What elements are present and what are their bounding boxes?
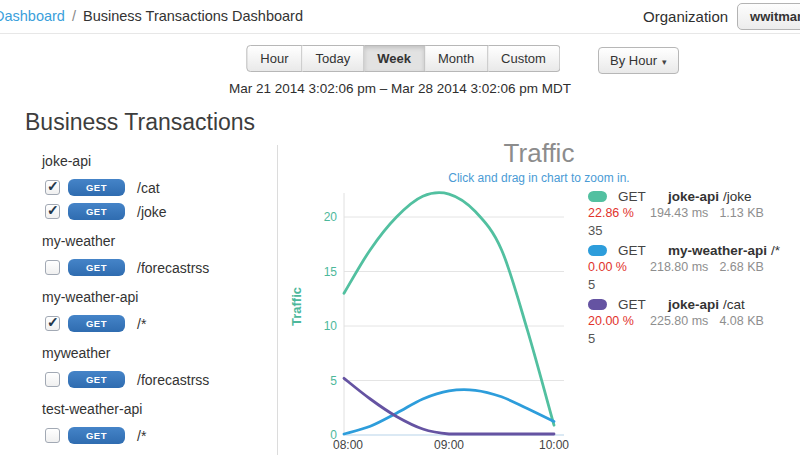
bt-row-checkbox[interactable]: [45, 260, 60, 275]
range-button-week[interactable]: Week: [364, 45, 425, 72]
method-badge: GET: [68, 371, 125, 388]
y-axis-label: Traffic: [289, 287, 304, 326]
legend-method: GET: [618, 189, 654, 204]
legend-row-stats: 22.86 %194.43 ms1.13 KB: [588, 206, 794, 221]
chart-zoom-hint: Click and drag in chart to zoom in.: [278, 171, 800, 185]
bt-group: my-weather-apiGET/*: [0, 289, 277, 332]
legend-row-main: GETjoke-api/cat: [588, 296, 794, 312]
x-tick-label: 08:00: [333, 438, 363, 452]
legend-api-name: my-weather-api: [668, 243, 767, 258]
traffic-chart-section: Traffic Click and drag in chart to zoom …: [278, 145, 800, 455]
granularity-label: By Hour: [610, 53, 657, 68]
legend-row-main: GETmy-weather-api/*: [588, 242, 794, 258]
chart-title: Traffic: [278, 138, 800, 169]
legend-payload-size: 2.68 KB: [719, 260, 763, 275]
legend-method: GET: [618, 297, 654, 312]
granularity-dropdown[interactable]: By Hour▾: [598, 47, 679, 74]
legend-item[interactable]: GETjoke-api/cat20.00 %225.80 ms4.08 KB5: [588, 296, 794, 347]
legend-api-path: /*: [771, 243, 780, 258]
date-range-text: Mar 21 2014 3:02:06 pm – Mar 28 2014 3:0…: [0, 81, 800, 96]
bt-row-checkbox[interactable]: [45, 428, 60, 443]
bt-group-name: test-weather-api: [42, 401, 277, 417]
legend-item[interactable]: GETmy-weather-api/*0.00 %218.80 ms2.68 K…: [588, 242, 794, 293]
breadcrumb-dashboard-link[interactable]: Dashboard: [0, 8, 65, 24]
legend-latency: 225.80 ms: [650, 314, 708, 329]
legend-method: GET: [618, 243, 654, 258]
breadcrumb-current-page: Business Transactions Dashboard: [83, 8, 303, 24]
method-badge: GET: [68, 427, 125, 444]
bt-row-checkbox[interactable]: [45, 372, 60, 387]
bt-row-checkbox[interactable]: [45, 180, 60, 195]
bt-row: GET/joke: [45, 203, 277, 220]
legend-error-percent: 0.00 %: [588, 260, 639, 275]
y-tick-label: 15: [324, 265, 338, 279]
method-badge: GET: [68, 179, 125, 196]
traffic-chart[interactable]: 0510152008:0009:0010:00: [308, 187, 570, 453]
range-button-custom[interactable]: Custom: [488, 45, 560, 72]
bt-path-label: /forecastrss: [137, 260, 209, 276]
legend-latency: 194.43 ms: [650, 206, 708, 221]
legend-row-stats: 20.00 %225.80 ms4.08 KB: [588, 314, 794, 329]
bt-row: GET/cat: [45, 179, 277, 196]
organization-button[interactable]: wwitman: [737, 3, 800, 30]
legend-payload-size: 4.08 KB: [719, 314, 763, 329]
bt-path-label: /*: [137, 316, 146, 332]
bt-row-checkbox[interactable]: [45, 204, 60, 219]
bt-group: myweatherGET/forecastrss: [0, 345, 277, 388]
chart-legend: GETjoke-api/joke22.86 %194.43 ms1.13 KB3…: [588, 187, 794, 453]
legend-api-name: joke-api: [668, 297, 719, 312]
bt-group: joke-apiGET/catGET/joke: [0, 153, 277, 220]
legend-payload-size: 1.13 KB: [719, 206, 763, 221]
legend-api-path: /cat: [723, 297, 745, 312]
bt-row: GET/forecastrss: [45, 371, 277, 388]
chart-row: Traffic 0510152008:0009:0010:00 GETjoke-…: [284, 187, 800, 453]
legend-row-main: GETjoke-api/joke: [588, 188, 794, 204]
method-badge: GET: [68, 259, 125, 276]
legend-count: 5: [588, 331, 794, 347]
y-tick-label: 20: [324, 210, 338, 224]
legend-item[interactable]: GETjoke-api/joke22.86 %194.43 ms1.13 KB3…: [588, 188, 794, 239]
page-title: Business Transactions: [25, 109, 800, 136]
bt-group-name: joke-api: [42, 153, 277, 169]
legend-row-stats: 0.00 %218.80 ms2.68 KB: [588, 260, 794, 275]
time-controls: HourTodayWeekMonthCustom By Hour▾: [0, 45, 800, 74]
legend-api-name: joke-api: [668, 189, 719, 204]
legend-error-percent: 22.86 %: [588, 206, 639, 221]
y-tick-label: 5: [330, 374, 337, 388]
y-axis-label-column: Traffic: [284, 187, 308, 437]
method-badge: GET: [68, 315, 125, 332]
x-tick-label: 09:00: [434, 438, 464, 452]
bt-row-checkbox[interactable]: [45, 316, 60, 331]
range-button-month[interactable]: Month: [425, 45, 488, 72]
legend-color-dot: [588, 245, 607, 256]
range-button-today[interactable]: Today: [303, 45, 365, 72]
legend-count: 35: [588, 223, 794, 239]
legend-api-path: /joke: [723, 189, 752, 204]
bt-group: my-weatherGET/forecastrss: [0, 233, 277, 276]
series-line: [344, 390, 554, 434]
legend-latency: 218.80 ms: [650, 260, 708, 275]
top-bar: Dashboard/Business Transactions Dashboar…: [0, 0, 800, 34]
business-transactions-list: joke-apiGET/catGET/jokemy-weatherGET/for…: [0, 145, 278, 455]
bt-path-label: /*: [137, 428, 146, 444]
bt-group-name: my-weather-api: [42, 289, 277, 305]
legend-count: 5: [588, 277, 794, 293]
method-badge: GET: [68, 203, 125, 220]
caret-down-icon: ▾: [662, 57, 667, 67]
organization-area: Organization wwitman: [643, 3, 800, 30]
bt-row: GET/*: [45, 427, 277, 444]
breadcrumb-separator: /: [72, 8, 76, 24]
bt-group-name: myweather: [42, 345, 277, 361]
legend-color-dot: [588, 299, 607, 310]
bt-group: test-weather-apiGET/*: [0, 401, 277, 444]
range-button-hour[interactable]: Hour: [246, 45, 302, 72]
y-tick-label: 10: [324, 319, 338, 333]
legend-color-dot: [588, 191, 607, 202]
bt-path-label: /cat: [137, 180, 160, 196]
bt-row: GET/*: [45, 315, 277, 332]
legend-error-percent: 20.00 %: [588, 314, 639, 329]
breadcrumb: Dashboard/Business Transactions Dashboar…: [0, 8, 303, 24]
bt-path-label: /joke: [137, 204, 167, 220]
range-button-group: HourTodayWeekMonthCustom: [246, 45, 560, 72]
bt-row: GET/forecastrss: [45, 259, 277, 276]
